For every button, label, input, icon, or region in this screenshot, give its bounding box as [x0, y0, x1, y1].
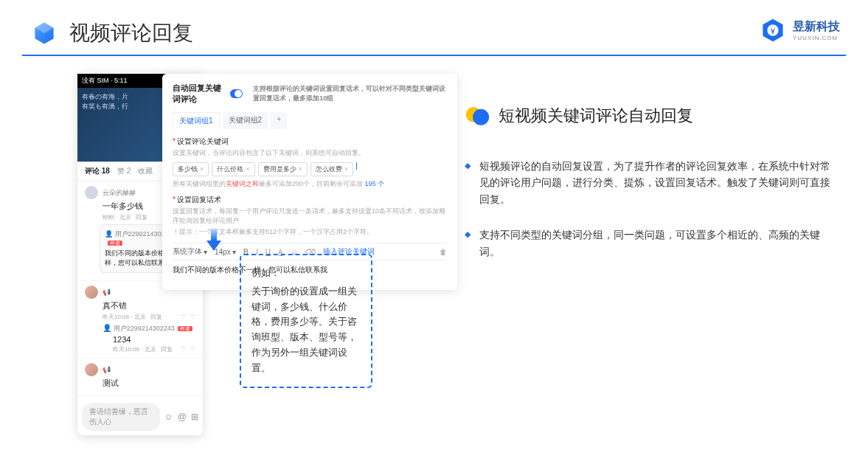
- tab-comments[interactable]: 评论 18: [85, 166, 110, 176]
- tab-fav[interactable]: 收藏: [138, 166, 153, 176]
- keyword-tag: 多少钱×: [173, 162, 209, 176]
- comment-item: 📢 真不错 昨天10:08 · 北京回复♡♡ 👤 用户2299214302243…: [77, 281, 203, 359]
- remove-icon[interactable]: ×: [299, 165, 302, 173]
- dislike-icon[interactable]: ♡: [190, 346, 195, 353]
- add-tab-button[interactable]: +: [271, 112, 287, 129]
- comment-item: 📢 测试: [77, 359, 203, 395]
- section-title: 短视频关键词评论自动回复: [499, 105, 693, 127]
- example-body: 关于询价的设置成一组关键词，多少钱、什么价格，费用多少等。关于咨询班型、版本、型…: [251, 284, 361, 376]
- font-select[interactable]: 系统字体 ▾: [173, 246, 207, 257]
- svg-point-3: [473, 109, 489, 125]
- avatar: [85, 363, 98, 376]
- header-divider: [22, 55, 846, 56]
- chat-bubble-icon: [465, 103, 490, 128]
- delete-icon[interactable]: 🗑: [440, 248, 447, 256]
- svg-rect-1: [211, 229, 217, 241]
- image-icon[interactable]: ⊞: [191, 412, 198, 422]
- arrow-down-icon: [206, 229, 221, 251]
- logo-text-en: YUUXIN.COM: [793, 35, 840, 41]
- logo-icon: [760, 18, 785, 43]
- cube-icon: [31, 20, 58, 46]
- panel-subtitle: 支持根据评论的关键词设置回复话术，可以针对不同类型关键词设置回复话术，最多添加1…: [253, 84, 447, 103]
- dislike-icon[interactable]: ♡: [190, 314, 195, 320]
- brand-logo: 昱新科技 YUUXIN.COM: [760, 18, 840, 43]
- example-box: 例如： 关于询价的设置成一组关键词，多少钱、什么价格，费用多少等。关于咨询班型、…: [240, 254, 372, 388]
- avatar: [85, 186, 98, 199]
- remove-icon[interactable]: ×: [344, 165, 348, 173]
- example-title: 例如：: [251, 266, 361, 281]
- avatar: [85, 286, 98, 299]
- tab-likes[interactable]: 赞 2: [117, 166, 131, 176]
- panel-title: 自动回复关键词评论: [173, 83, 224, 105]
- heart-icon[interactable]: ♡: [181, 346, 186, 353]
- remove-icon[interactable]: ×: [246, 165, 249, 173]
- remove-icon[interactable]: ×: [200, 165, 204, 173]
- logo-text-cn: 昱新科技: [793, 19, 840, 35]
- tab-keyword-group-2[interactable]: 关键词组2: [223, 112, 268, 129]
- keyword-tag: 费用是多少×: [258, 162, 308, 176]
- keyword-tags[interactable]: 多少钱× 什么价格× 费用是多少× 怎么收费×: [173, 162, 447, 176]
- heart-icon[interactable]: ♡: [181, 314, 186, 320]
- keyword-tag: 什么价格×: [212, 162, 254, 176]
- bullet-item: 支持不同类型的关键词分组，同一类问题，可设置多个相近的、高频的关键词。: [465, 227, 833, 260]
- page-title: 视频评论回复: [69, 19, 193, 47]
- at-icon[interactable]: @: [178, 412, 187, 422]
- bullet-item: 短视频评论的自动回复设置，为了提升作者的评论回复效率，在系统中针对常见的评论用户…: [465, 158, 833, 207]
- auto-reply-toggle[interactable]: [230, 89, 243, 98]
- emoji-icon[interactable]: ☺: [164, 412, 173, 422]
- comment-input[interactable]: 善语结善缘，恶言伤人心: [82, 403, 160, 431]
- tab-keyword-group-1[interactable]: 关键词组1: [173, 112, 220, 129]
- keyword-tag: 怎么收费×: [310, 162, 353, 176]
